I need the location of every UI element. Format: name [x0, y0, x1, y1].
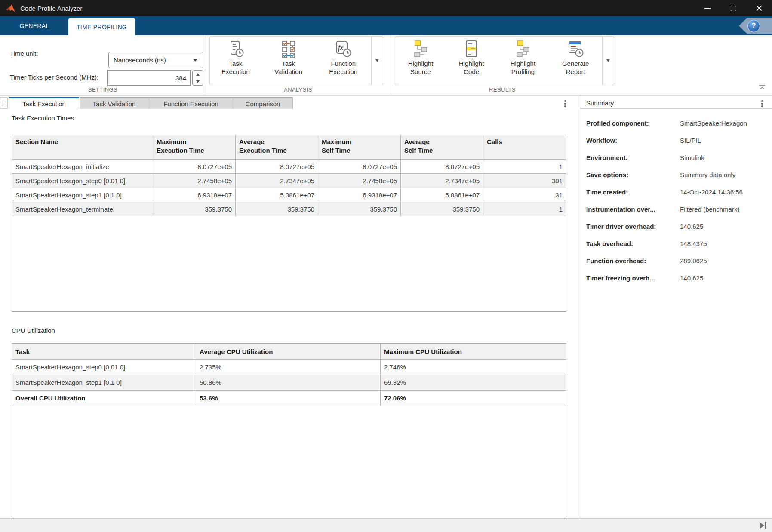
panel-divider[interactable]: [580, 95, 580, 518]
field-label: Timer freezing overh...: [586, 274, 680, 282]
doc-tab-function-execution[interactable]: Function Execution: [149, 97, 233, 109]
highlight-code-icon: [462, 40, 481, 58]
generate-report-button[interactable]: Generate Report: [549, 37, 602, 85]
section-separator: [391, 36, 391, 94]
chevron-down-icon: [606, 59, 610, 62]
doc-tab-task-execution[interactable]: Task Execution: [9, 97, 79, 109]
maximize-button[interactable]: [720, 0, 746, 16]
close-button[interactable]: [746, 0, 772, 16]
summary-field: Timer freezing overh...140.625: [586, 269, 767, 286]
column-header: Average CPU Utilization: [196, 344, 381, 359]
table-row[interactable]: SmartSpeakerHexagon_step1 [0.1 0] 50.86%…: [12, 375, 566, 391]
column-header: Maximum CPU Utilization: [381, 344, 566, 359]
avg-exec-cell: 359.3750: [236, 202, 318, 216]
avg-exec-cell: 5.0861e+07: [236, 188, 318, 202]
chevron-down-icon: [375, 59, 379, 62]
time-unit-dropdown[interactable]: Nanoseconds (ns): [108, 52, 203, 68]
column-header: AverageExecution Time: [236, 135, 318, 159]
avg-self-cell: 2.7347e+05: [401, 174, 483, 188]
field-label: Timer driver overhead:: [586, 223, 680, 230]
field-value: 289.0625: [680, 257, 707, 264]
analysis-more-button[interactable]: [371, 37, 383, 85]
calls-cell: 1: [483, 202, 566, 216]
panel-drag-handle[interactable]: [0, 97, 8, 109]
exec-table-header-row: Section Name MaximumExecution Time Avera…: [12, 135, 566, 160]
button-label: Highlight: [511, 60, 535, 67]
grip-icon: [2, 103, 6, 104]
doc-tab-task-validation[interactable]: Task Validation: [80, 97, 149, 109]
time-unit-value: Nanoseconds (ns): [114, 56, 166, 64]
minimize-button[interactable]: [695, 0, 720, 16]
tab-time-profiling[interactable]: TIME PROFILING: [68, 18, 135, 35]
max-exec-cell: 8.0727e+05: [153, 160, 236, 173]
section-separator: [206, 36, 206, 94]
minimize-icon: [704, 8, 711, 9]
table-row[interactable]: SmartSpeakerHexagon_terminate 359.3750 3…: [12, 202, 566, 216]
max-exec-cell: 6.9318e+07: [153, 188, 236, 202]
highlight-source-button[interactable]: Highlight Source: [395, 37, 446, 85]
kebab-icon: [564, 103, 566, 105]
table-row[interactable]: SmartSpeakerHexagon_step1 [0.1 0] 6.9318…: [12, 188, 566, 202]
summary-field: Task overhead:148.4375: [586, 235, 767, 252]
max-cpu-cell: 72.06%: [381, 391, 566, 406]
table-row[interactable]: Overall CPU Utilization 53.6% 72.06%: [12, 391, 566, 406]
timer-ticks-input[interactable]: 384: [107, 70, 191, 86]
stepper-up-button[interactable]: [193, 71, 203, 78]
collapse-ribbon-button[interactable]: [758, 84, 766, 91]
window-title: Code Profile Analyzer: [20, 5, 82, 12]
field-value: Filtered (benchmark): [680, 206, 739, 213]
task-execution-table: Section Name MaximumExecution Time Avera…: [12, 135, 566, 312]
help-button[interactable]: ?: [747, 20, 760, 32]
svg-text:fx: fx: [338, 43, 344, 52]
button-label: Function: [331, 60, 356, 67]
button-label: Report: [566, 68, 585, 75]
button-label: Profiling: [511, 68, 535, 75]
max-cpu-cell: 69.32%: [381, 375, 566, 390]
help-area: ?: [739, 18, 772, 34]
settings-caption: SETTINGS: [0, 86, 206, 93]
highlight-profiling-button[interactable]: Highlight Profiling: [497, 37, 549, 85]
summary-field: Timer driver overhead:140.625: [586, 218, 767, 235]
table-row[interactable]: SmartSpeakerHexagon_initialize 8.0727e+0…: [12, 160, 566, 174]
timer-ticks-stepper: [192, 70, 203, 86]
section-name-cell: SmartSpeakerHexagon_step1 [0.1 0]: [12, 188, 153, 202]
column-header: Task: [12, 344, 196, 359]
max-self-cell: 2.7458e+05: [318, 174, 401, 188]
max-self-cell: 359.3750: [318, 202, 401, 216]
expand-panel-button[interactable]: [760, 522, 767, 529]
button-label: Task: [282, 60, 295, 67]
task-execution-button[interactable]: Task Execution: [210, 37, 261, 85]
table-row[interactable]: SmartSpeakerHexagon_step0 [0.01 0] 2.735…: [12, 360, 566, 375]
tab-general[interactable]: GENERAL: [10, 16, 59, 35]
column-header: MaximumExecution Time: [153, 135, 236, 159]
field-value: 140.625: [680, 274, 703, 282]
stepper-down-button[interactable]: [193, 78, 203, 85]
generate-report-icon: [566, 40, 585, 58]
close-icon: [756, 5, 763, 12]
maximize-icon: [731, 6, 736, 11]
ribbon: Time unit: Nanoseconds (ns) Timer Ticks …: [0, 35, 772, 96]
task-validation-button[interactable]: Task Validation: [261, 37, 316, 85]
max-self-cell: 8.0727e+05: [318, 160, 401, 173]
analysis-caption: ANALYSIS: [206, 86, 391, 93]
summary-field: Environment:Simulink: [586, 149, 767, 166]
button-label: Highlight: [459, 60, 484, 67]
field-value: SmartSpeakerHexagon: [680, 120, 747, 127]
button-label: Validation: [274, 68, 302, 75]
calls-cell: 301: [483, 174, 566, 188]
results-more-button[interactable]: [602, 37, 614, 85]
doc-tabs-menu-button[interactable]: [562, 100, 569, 108]
field-label: Time created:: [586, 188, 680, 196]
task-cell: SmartSpeakerHexagon_step1 [0.1 0]: [12, 375, 196, 390]
summary-menu-button[interactable]: [759, 100, 766, 108]
doc-tab-comparison[interactable]: Comparison: [233, 97, 293, 109]
summary-panel-header: Summary: [580, 97, 772, 109]
button-label: Execution: [221, 68, 250, 75]
function-execution-button[interactable]: fx Function Execution: [315, 37, 371, 85]
button-label: Source: [410, 68, 431, 75]
section-name-cell: SmartSpeakerHexagon_step0 [0.01 0]: [12, 174, 153, 188]
timer-ticks-label: Timer Ticks per Second (MHz):: [10, 74, 98, 81]
highlight-code-button[interactable]: Highlight Code: [446, 37, 497, 85]
table-row[interactable]: SmartSpeakerHexagon_step0 [0.01 0] 2.745…: [12, 174, 566, 188]
column-header: AverageSelf Time: [401, 135, 483, 159]
